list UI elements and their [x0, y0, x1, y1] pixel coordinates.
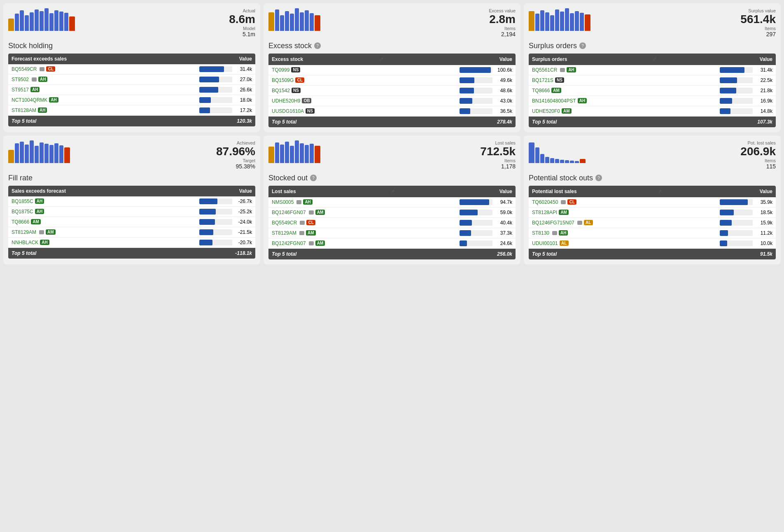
item-name[interactable]: ST8130 — [532, 230, 549, 236]
item-name[interactable]: ST8128API — [532, 210, 557, 215]
export-icon[interactable]: ↗ — [651, 56, 658, 63]
item-name[interactable]: BQ1542 — [272, 88, 290, 93]
item-name[interactable]: TQ6020450 — [532, 199, 558, 205]
chart-bar-8 — [565, 160, 569, 163]
name-cell: ST8129AMAM — [268, 228, 386, 238]
name-cell: UDHE520H9OB — [268, 96, 375, 106]
chat-icon[interactable] — [32, 77, 37, 82]
value-cell: 18.0k — [134, 95, 255, 105]
chat-icon[interactable] — [40, 67, 44, 71]
mini-bar — [720, 98, 732, 104]
chat-icon[interactable] — [561, 200, 566, 204]
surplus-orders-help-icon[interactable]: ? — [579, 42, 586, 49]
potential-stock-outs-help-icon[interactable]: ? — [595, 175, 602, 181]
chart-bar-4 — [545, 157, 549, 163]
item-name[interactable]: BQ1509G — [272, 77, 294, 83]
chart-bar-red — [580, 159, 586, 163]
stocked-out-footer-label: Top 5 total — [268, 248, 399, 259]
item-name[interactable]: ST9502 — [12, 77, 29, 82]
item-name[interactable]: UDHE520F0 — [532, 108, 560, 114]
export-icon[interactable]: ↗ — [378, 56, 385, 63]
th-lost-sales: Lost sales — [268, 186, 386, 197]
value-cell: 14.8k — [661, 106, 776, 116]
item-name[interactable]: BQ1855C — [12, 198, 33, 204]
th-export-icon[interactable]: ↗ — [648, 54, 661, 65]
tag-badge: CL — [295, 77, 304, 83]
mini-bar-container — [199, 87, 232, 93]
name-cell: ST8128AMAH — [8, 105, 134, 115]
chat-icon[interactable] — [296, 200, 301, 204]
item-name[interactable]: BQ1721S — [532, 77, 553, 83]
tag-badge: AH — [303, 199, 312, 205]
chat-icon[interactable] — [39, 230, 44, 234]
item-name[interactable]: BQ1246FG715N07 — [532, 220, 574, 226]
th-export-icon[interactable]: ↗ — [653, 186, 666, 197]
item-value: 14.8k — [755, 108, 772, 114]
value-cell: 36.5k — [388, 106, 516, 116]
chart-bar-4 — [30, 12, 34, 31]
excess-stock-footer-value: 278.4k — [388, 116, 516, 127]
name-cell: TQ8666AM — [529, 85, 648, 96]
excess-stock-help-icon[interactable]: ? — [314, 42, 321, 49]
value-cell: 10.0k — [666, 238, 776, 248]
item-name[interactable]: NNHBLACK — [12, 240, 38, 245]
chat-icon[interactable] — [552, 231, 557, 235]
th-export-icon[interactable]: ↗ — [386, 186, 399, 197]
item-name[interactable]: TQ8666 — [12, 219, 29, 225]
mini-bar — [460, 77, 474, 83]
item-name[interactable]: UDUI00101 — [532, 240, 558, 246]
stocked-out-help-icon[interactable]: ? — [310, 175, 317, 181]
item-name[interactable]: BQ5549CR — [12, 66, 37, 72]
item-name[interactable]: TQ8666 — [532, 88, 550, 93]
chart-bar-2 — [535, 147, 539, 163]
fill-rate-title: Fill rate — [8, 174, 255, 182]
th-surplus-orders: Surplus orders — [529, 54, 648, 65]
chart-bar-gold — [8, 19, 14, 31]
th-value: Value — [666, 186, 776, 197]
export-icon[interactable]: ↗ — [389, 188, 396, 195]
item-name[interactable]: ST8129AM — [272, 230, 296, 236]
name-cell: UDUI00101AL — [529, 238, 653, 248]
mini-bar — [199, 87, 218, 93]
chat-icon[interactable] — [309, 210, 314, 215]
chat-icon[interactable] — [577, 221, 582, 225]
item-name[interactable]: UUSDG1610A — [272, 108, 304, 114]
th-value: Value — [133, 186, 255, 196]
name-cell: ST8129AMAM — [8, 227, 133, 237]
item-name[interactable]: BQ5549CR — [272, 220, 297, 226]
table-row: BQ1242FGN07AM24.6k — [268, 238, 516, 248]
item-name[interactable]: BQ1875C — [12, 209, 33, 215]
top-row: Actual 8.6m Model 5.1m Stock holding For… — [3, 3, 781, 132]
chat-icon[interactable] — [560, 68, 565, 72]
th-export-icon[interactable]: ↗ — [375, 54, 388, 65]
item-name[interactable]: TQ0999 — [272, 67, 289, 73]
table-row: ST9517AH26.6k — [8, 84, 255, 95]
item-name[interactable]: ST8129AM — [12, 229, 36, 235]
name-cell: TQ6020450CL — [529, 197, 653, 208]
table-row: ST8130AH11.2k — [529, 228, 776, 238]
item-name[interactable]: UDHE520H9 — [272, 98, 300, 104]
table-row: BQ1246FG715N07AL15.9k — [529, 217, 776, 228]
excess-stock-chart — [268, 8, 474, 31]
item-name[interactable]: BQ5561CR — [532, 67, 557, 73]
chat-icon[interactable] — [299, 231, 304, 235]
name-cell: BQ1242FGN07AM — [268, 238, 386, 248]
chat-icon[interactable] — [300, 221, 305, 225]
item-value: 15.9k — [755, 220, 772, 226]
item-name[interactable]: ST8128AM — [12, 107, 36, 113]
achieved-label: Achieved — [214, 140, 255, 145]
item-name[interactable]: BQ1246FGN07 — [272, 210, 306, 215]
chat-icon[interactable] — [309, 241, 314, 245]
table-row: NCT1004QRMKAH18.0k — [8, 95, 255, 105]
surplus-orders-card: Surplus value 561.4k Items 297 Surplus o… — [524, 3, 781, 132]
item-name[interactable]: NCT1004QRMK — [12, 97, 47, 103]
chart-bar-8 — [570, 13, 574, 31]
item-name[interactable]: ST9517 — [12, 87, 29, 93]
item-name[interactable]: NMS0005 — [272, 199, 294, 205]
item-name[interactable]: BN1416048004PST — [532, 98, 576, 104]
item-name[interactable]: BQ1242FGN07 — [272, 240, 306, 246]
name-cell: ST8128APIAM — [529, 207, 653, 217]
item-value: 18.0k — [235, 97, 252, 103]
empty-cell — [375, 65, 388, 75]
export-icon[interactable]: ↗ — [656, 188, 663, 195]
